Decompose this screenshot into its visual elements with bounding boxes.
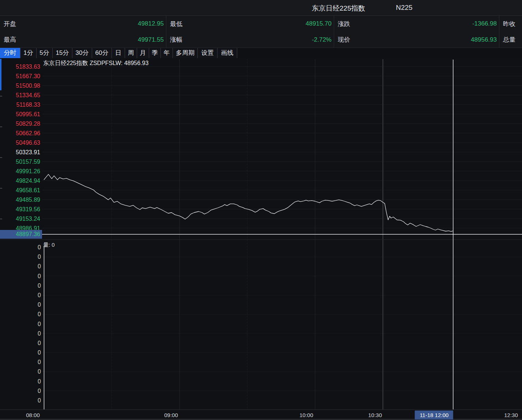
price-axis-label: 51334.65 — [16, 92, 40, 98]
price-line — [44, 174, 453, 232]
quote-label: 现价 — [338, 35, 350, 44]
crosshair-time-label: 11-18 12:00 — [420, 412, 449, 418]
price-axis-label: 49658.61 — [16, 187, 40, 193]
volume-axis-label: 0 — [38, 263, 41, 269]
price-axis-label: 51500.98 — [16, 83, 40, 89]
price-axis-label: 49319.56 — [16, 206, 40, 212]
quote-field: 最低48915.70 — [166, 16, 334, 32]
price-axis-label: 51667.30 — [16, 73, 40, 79]
volume-axis-label: 0 — [38, 368, 41, 375]
tab-日[interactable]: 日 — [112, 48, 125, 58]
volume-axis-label: 0 — [38, 254, 41, 260]
tab-bar-filler — [237, 48, 522, 58]
quote-label: 涨幅 — [170, 35, 182, 44]
price-axis-label: 51833.63 — [16, 64, 40, 70]
tab-年[interactable]: 年 — [161, 48, 173, 58]
tab-画线[interactable]: 画线 — [218, 48, 237, 58]
volume-axis-label: 0 — [38, 349, 41, 356]
volume-axis-label: 0 — [38, 311, 41, 317]
quote-value: 49971.55 — [138, 36, 164, 43]
scroll-indicator[interactable] — [0, 59, 1, 90]
quote-label: 最高 — [4, 35, 16, 44]
volume-axis-label: 0 — [38, 330, 41, 337]
price-axis-label: 49824.94 — [16, 178, 40, 184]
instrument-symbol: N225 — [396, 4, 412, 12]
quote-bar: 开盘49812.95最低48915.70涨跌-1366.98昨收最高49971.… — [0, 16, 522, 48]
time-axis-label: 10:30 — [368, 412, 382, 418]
quote-value: -2.72% — [312, 36, 332, 43]
quote-label: 开盘 — [4, 20, 16, 28]
time-axis-label: 08:00 — [26, 412, 40, 418]
quote-label: 最低 — [170, 20, 182, 28]
quote-field: 涨跌-1366.98 — [334, 16, 499, 32]
title-bar: 东京日经225指数 N225 — [0, 0, 522, 16]
tab-5分[interactable]: 5分 — [37, 48, 53, 58]
quote-value: 48915.70 — [306, 20, 332, 27]
price-axis-label: 50995.61 — [16, 111, 40, 117]
quote-field: 开盘49812.95 — [0, 16, 166, 32]
price-axis-label: 50662.96 — [16, 130, 40, 136]
volume-axis-label: 0 — [38, 359, 41, 365]
quote-field: 最高49971.55 — [0, 32, 166, 48]
time-axis-label: 09:00 — [164, 412, 178, 418]
price-axis-label: 51168.33 — [16, 102, 40, 108]
quote-field: 总量 — [499, 32, 522, 48]
price-axis-label: 50496.63 — [16, 140, 40, 146]
tab-季[interactable]: 季 — [149, 48, 161, 58]
quote-field: 现价48956.93 — [334, 32, 499, 48]
price-volume-chart[interactable]: 51833.6351667.3051500.9851334.6551168.33… — [0, 58, 522, 420]
volume-axis-label: 0 — [38, 302, 41, 308]
chart-legend: 东京日经225指数 ZSDPFSLW: 48956.93 — [43, 60, 149, 66]
tab-多周期[interactable]: 多周期 — [173, 48, 198, 58]
tab-30分[interactable]: 30分 — [72, 48, 92, 58]
tab-月[interactable]: 月 — [137, 48, 149, 58]
volume-axis-label: 0 — [38, 244, 41, 250]
price-axis-label: 50323.91 — [16, 149, 40, 155]
volume-legend: 量: 0 — [43, 242, 55, 248]
volume-axis-label: 0 — [38, 283, 41, 289]
quote-label: 涨跌 — [338, 20, 350, 28]
tab-周[interactable]: 周 — [125, 48, 137, 58]
crosshair-price-label: 48897.36 — [16, 231, 40, 237]
period-tab-bar: 分时1分5分15分30分60分日周月季年多周期设置画线 — [0, 48, 522, 58]
volume-axis-label: 0 — [38, 388, 41, 394]
quote-value: -1366.98 — [472, 20, 497, 27]
price-axis-label: 49485.89 — [16, 197, 40, 203]
volume-axis-label: 0 — [38, 292, 41, 298]
quote-field: 昨收 — [499, 16, 522, 32]
volume-axis-label: 0 — [38, 340, 41, 346]
volume-axis-label: 0 — [38, 321, 41, 327]
price-axis-label: 50157.59 — [16, 159, 40, 165]
chart-area[interactable]: 51833.6351667.3051500.9851334.6551168.33… — [0, 58, 522, 420]
quote-label: 总量 — [503, 35, 515, 44]
instrument-title: 东京日经225指数 — [312, 4, 365, 13]
tab-15分[interactable]: 15分 — [53, 48, 72, 58]
quote-value: 48956.93 — [471, 36, 497, 43]
tab-分时[interactable]: 分时 — [0, 48, 20, 58]
volume-axis-label: 0 — [38, 397, 41, 404]
price-axis-label: 49153.24 — [16, 216, 40, 222]
quote-label: 昨收 — [503, 20, 515, 28]
tab-1分[interactable]: 1分 — [20, 48, 37, 58]
time-axis-label: 12:30 — [504, 412, 518, 418]
time-axis-label: 10:00 — [299, 412, 313, 418]
tab-60分[interactable]: 60分 — [92, 48, 112, 58]
volume-axis-label: 0 — [38, 378, 41, 385]
price-axis-label: 50829.28 — [16, 121, 40, 127]
quote-field: 涨幅-2.72% — [166, 32, 334, 48]
tab-设置[interactable]: 设置 — [198, 48, 218, 58]
trading-app-window: { "window": { "title": "东京日经225指数", "sym… — [0, 0, 522, 420]
volume-axis-label: 0 — [38, 273, 41, 279]
quote-value: 49812.95 — [138, 20, 164, 27]
price-axis-label: 49991.26 — [16, 168, 40, 174]
